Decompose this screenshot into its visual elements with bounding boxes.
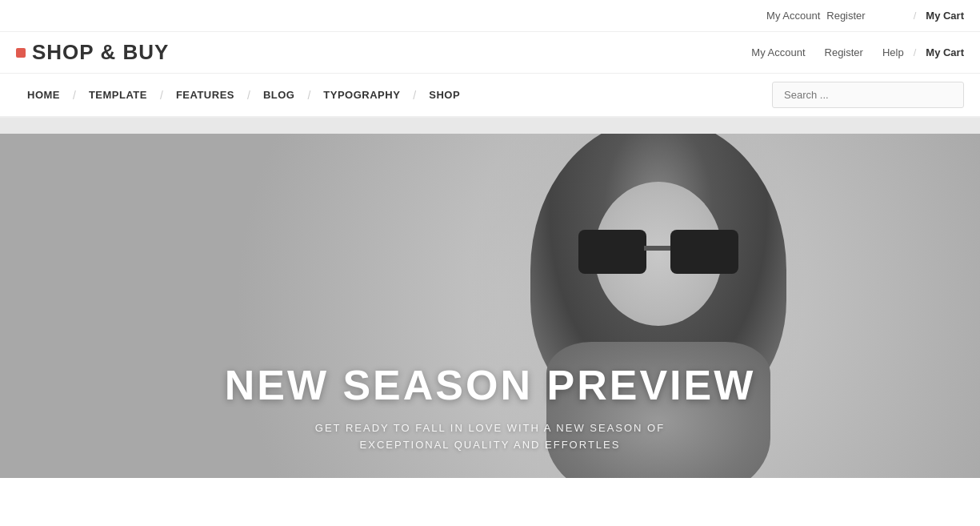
nav-item-shop: SHOP bbox=[418, 74, 471, 115]
gray-band bbox=[0, 118, 980, 134]
nav-sep-1: / bbox=[71, 89, 78, 102]
hero-subtitle-line1: GET READY TO FALL IN LOVE WITH A NEW SEA… bbox=[315, 422, 665, 434]
sunglass-left bbox=[578, 230, 646, 274]
search-box bbox=[772, 82, 964, 108]
nav-item-home: HOME bbox=[16, 74, 71, 115]
search-input[interactable] bbox=[772, 82, 964, 108]
nav-link-features[interactable]: FEATURES bbox=[165, 74, 246, 115]
top-bar: My Account Register / My Cart bbox=[0, 0, 980, 32]
separator-4: / bbox=[914, 10, 917, 22]
header-sep3: / bbox=[914, 46, 917, 58]
hero-title: NEW SEASON PREVIEW bbox=[225, 361, 756, 409]
nav-separator-2: / bbox=[158, 89, 165, 102]
nav-sep-4: / bbox=[306, 89, 312, 102]
nav-link-template[interactable]: TEMPLATE bbox=[78, 74, 158, 115]
my-account-link[interactable]: My Account bbox=[766, 10, 820, 22]
nav-link-shop[interactable]: SHOP bbox=[418, 74, 471, 115]
nav-link-typography[interactable]: TYPOGRAPHY bbox=[312, 74, 411, 115]
nav-separator-1: / bbox=[71, 89, 78, 102]
header-my-cart[interactable]: My Cart bbox=[926, 46, 964, 58]
header-register[interactable]: Register bbox=[825, 46, 863, 58]
hero-subtitle-line2: EXCEPTIONAL QUALITY AND EFFORTLES bbox=[360, 439, 621, 451]
nav-link-blog[interactable]: BLOG bbox=[252, 74, 306, 115]
my-cart-link[interactable]: My Cart bbox=[926, 10, 964, 22]
nav-item-template: TEMPLATE bbox=[78, 74, 158, 115]
nav-sep-3: / bbox=[246, 89, 252, 102]
nav-sep-2: / bbox=[158, 89, 165, 102]
nav-separator-3: / bbox=[246, 89, 252, 102]
nav-sep-5: / bbox=[411, 89, 418, 102]
navigation: HOME / TEMPLATE / FEATURES / BLOG / TYPO… bbox=[0, 74, 980, 118]
sunglass-right bbox=[670, 230, 738, 274]
nav-separator-5: / bbox=[411, 89, 418, 102]
nav-links: HOME / TEMPLATE / FEATURES / BLOG / TYPO… bbox=[16, 74, 471, 115]
logo-dot bbox=[16, 48, 26, 58]
nav-item-features: FEATURES bbox=[165, 74, 246, 115]
nav-link-home[interactable]: HOME bbox=[16, 74, 71, 115]
header-my-account[interactable]: My Account bbox=[751, 46, 805, 58]
nav-separator-4: / bbox=[306, 89, 312, 102]
hero-content: NEW SEASON PREVIEW GET READY TO FALL IN … bbox=[225, 361, 756, 478]
header: SHOP & BUY My Account Register Help / My… bbox=[0, 32, 980, 74]
hero-section: NEW SEASON PREVIEW GET READY TO FALL IN … bbox=[0, 134, 980, 478]
figure-sunglasses bbox=[578, 230, 738, 278]
header-top-links: My Account Register Help / My Cart bbox=[751, 46, 964, 58]
separator-1: Register bbox=[826, 10, 865, 22]
hero-subtitle: GET READY TO FALL IN LOVE WITH A NEW SEA… bbox=[225, 420, 756, 454]
nav-item-blog: BLOG bbox=[252, 74, 306, 115]
logo-text: SHOP & BUY bbox=[32, 40, 169, 65]
nav-item-typography: TYPOGRAPHY bbox=[312, 74, 411, 115]
header-help[interactable]: Help bbox=[882, 46, 904, 58]
sunglass-bridge bbox=[644, 246, 673, 251]
top-bar-links: My Account Register / My Cart bbox=[766, 10, 964, 22]
logo[interactable]: SHOP & BUY bbox=[16, 40, 169, 65]
